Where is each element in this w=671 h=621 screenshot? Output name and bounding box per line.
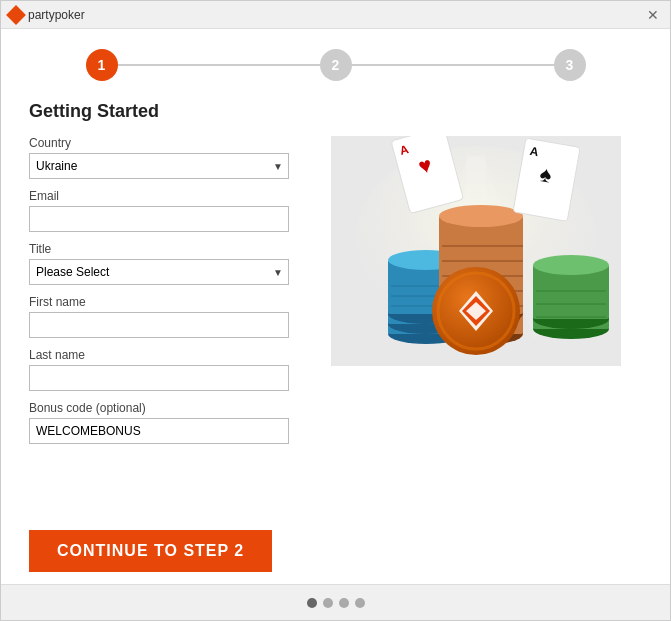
dot-3[interactable]	[339, 598, 349, 608]
title-label: Title	[29, 242, 289, 256]
form-title: Getting Started	[29, 101, 289, 122]
step-1: 1	[86, 49, 118, 81]
svg-point-34	[533, 255, 609, 275]
cta-section: CONTINUE TO STEP 2	[1, 518, 670, 584]
bottom-dots	[1, 584, 670, 620]
bonus-field: Bonus code (optional)	[29, 401, 289, 444]
dot-2[interactable]	[323, 598, 333, 608]
firstname-input[interactable]	[29, 312, 289, 338]
titlebar: partypoker ✕	[1, 1, 670, 29]
step-3-circle: 3	[554, 49, 586, 81]
app-logo: partypoker	[9, 8, 85, 22]
bonus-input[interactable]	[29, 418, 289, 444]
email-label: Email	[29, 189, 289, 203]
dot-4[interactable]	[355, 598, 365, 608]
title-select[interactable]: Please Select Mr Mrs Ms Dr	[29, 259, 289, 285]
bonus-label: Bonus code (optional)	[29, 401, 289, 415]
close-button[interactable]: ✕	[644, 6, 662, 24]
lastname-label: Last name	[29, 348, 289, 362]
app-title: partypoker	[28, 8, 85, 22]
poker-chips-image: A ♥ A ♠	[331, 136, 621, 366]
app-window: partypoker ✕ 1 2	[0, 0, 671, 621]
logo-diamond-icon	[6, 5, 26, 25]
email-input[interactable]	[29, 206, 289, 232]
title-select-wrapper: Please Select Mr Mrs Ms Dr ▼	[29, 259, 289, 285]
title-field: Title Please Select Mr Mrs Ms Dr ▼	[29, 242, 289, 285]
stepper-inner: 1 2 3	[86, 49, 586, 81]
country-field: Country Ukraine United States United Kin…	[29, 136, 289, 179]
stepper: 1 2 3	[1, 29, 670, 101]
form-section: Getting Started Country Ukraine United S…	[29, 101, 289, 508]
country-label: Country	[29, 136, 289, 150]
lastname-field: Last name	[29, 348, 289, 391]
continue-button[interactable]: CONTINUE TO STEP 2	[29, 530, 272, 572]
step-2-circle: 2	[320, 49, 352, 81]
country-select-wrapper: Ukraine United States United Kingdom Ger…	[29, 153, 289, 179]
image-section: A ♥ A ♠	[309, 101, 642, 508]
firstname-label: First name	[29, 295, 289, 309]
lastname-input[interactable]	[29, 365, 289, 391]
step-spacer-2	[352, 64, 554, 66]
step-1-circle: 1	[86, 49, 118, 81]
dot-1[interactable]	[307, 598, 317, 608]
step-2: 2	[320, 49, 352, 81]
svg-point-23	[439, 205, 523, 227]
step-spacer-1	[118, 64, 320, 66]
step-3: 3	[554, 49, 586, 81]
email-field-container: Email	[29, 189, 289, 232]
content-area: 1 2 3 Getting	[1, 29, 670, 584]
country-select[interactable]: Ukraine United States United Kingdom Ger…	[29, 153, 289, 179]
main-content: Getting Started Country Ukraine United S…	[1, 101, 670, 518]
firstname-field: First name	[29, 295, 289, 338]
